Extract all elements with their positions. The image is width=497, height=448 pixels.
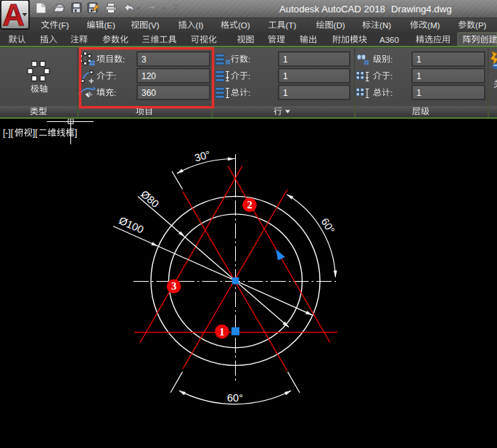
svg-text:(O): (O) xyxy=(238,21,250,30)
svg-text:Autodesk AutoCAD 2018: Autodesk AutoCAD 2018 xyxy=(279,4,385,15)
svg-text:Drawing4.dwg: Drawing4.dwg xyxy=(391,4,452,15)
svg-text:(V): (V) xyxy=(148,21,160,30)
svg-text:(M): (M) xyxy=(427,21,440,30)
svg-text:1: 1 xyxy=(283,88,288,98)
svg-text:3: 3 xyxy=(171,280,176,292)
svg-text:1: 1 xyxy=(416,88,422,98)
svg-text:(I): (I) xyxy=(196,21,204,30)
svg-text:1: 1 xyxy=(416,71,422,81)
svg-text::: : xyxy=(248,55,250,64)
svg-text:120: 120 xyxy=(141,71,156,81)
svg-text:[-][: [-][ xyxy=(3,128,14,138)
svg-text::: : xyxy=(390,72,393,81)
svg-text:(N): (N) xyxy=(379,21,391,30)
svg-text:60°: 60° xyxy=(227,392,243,404)
svg-text::: : xyxy=(248,72,250,81)
svg-text:(E): (E) xyxy=(104,21,115,30)
svg-text:1: 1 xyxy=(283,71,288,81)
svg-text:][: ][ xyxy=(33,128,38,138)
svg-text:360: 360 xyxy=(141,88,156,98)
svg-text:(P): (P) xyxy=(475,21,487,30)
svg-text:1: 1 xyxy=(416,54,422,65)
svg-text:3: 3 xyxy=(141,54,147,65)
svg-text:(D): (D) xyxy=(334,21,345,30)
svg-text::: : xyxy=(248,89,250,97)
svg-text:1: 1 xyxy=(219,326,224,338)
svg-text:]: ] xyxy=(75,128,77,138)
svg-text::: : xyxy=(114,89,116,97)
svg-text:1: 1 xyxy=(283,54,288,65)
svg-text:A: A xyxy=(3,0,25,32)
svg-text:A360: A360 xyxy=(379,36,399,44)
svg-text:2: 2 xyxy=(247,199,252,211)
svg-text::: : xyxy=(390,55,393,64)
svg-text:(T): (T) xyxy=(286,21,297,30)
svg-text::: : xyxy=(123,55,125,64)
svg-text::: : xyxy=(390,89,393,97)
svg-text:(F): (F) xyxy=(58,21,69,30)
svg-text::: : xyxy=(114,72,116,81)
